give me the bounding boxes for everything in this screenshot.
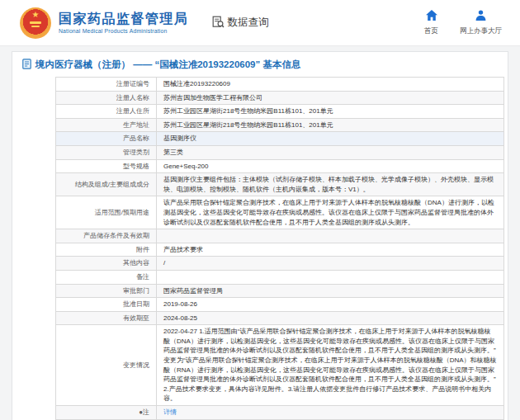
data-query-icon [212, 16, 225, 31]
row-label: ●注 [56, 406, 157, 420]
row-label: 型号规格 [56, 159, 157, 173]
row-label: 注册证编号 [56, 78, 157, 92]
nmpa-emblem-logo: ★ [20, 7, 51, 39]
table-row: 注册证编号国械注准20193220609 [56, 78, 504, 92]
row-label: 批准日期 [56, 298, 157, 312]
row-label: 注册人住所 [56, 105, 157, 119]
emblem-gate-icon [30, 21, 41, 24]
row-label: 管理类别 [56, 145, 157, 159]
row-value [157, 229, 504, 243]
row-label: 有效期至 [56, 311, 157, 325]
row-label: 结构及组成/主要组成成分 [56, 173, 157, 196]
document-icon [22, 59, 31, 71]
nav-online-hall-label: 网上办事大厅 [460, 26, 502, 36]
row-value: 第三类 [157, 145, 504, 159]
nav-home-label: 首页 [424, 26, 438, 36]
row-value: 基因测序仪主要组件包括：主体模块（试剂存储子模块、样本加载子模块、光学成像子模块… [157, 173, 504, 196]
data-query-nav[interactable]: 数据查询 [212, 16, 269, 31]
row-value: 苏州工业园区星湖街218号生物纳米园B11栋101、201单元 [157, 105, 504, 119]
row-value: 2024-08-25 [157, 311, 504, 325]
detail-link[interactable]: 详情 [163, 408, 177, 416]
table-row: 结构及组成/主要组成成分基因测序仪主要组件包括：主体模块（试剂存储子模块、样本加… [56, 173, 504, 196]
page-title: 境内医疗器械（注册） —— “国械注准20193220609” 基本信息 [35, 59, 300, 71]
info-table-body: 注册证编号国械注准20193220609注册人名称苏州吉因加生物医学工程有限公司… [56, 78, 504, 420]
row-label: 附件 [56, 243, 157, 257]
row-label: 其他内容 [56, 257, 157, 271]
brand-subtitle: National Medical Products Administration [59, 28, 189, 34]
table-row: 有效期至2024-08-25 [56, 311, 504, 325]
data-query-label: 数据查询 [228, 16, 269, 30]
table-row: 备注 [56, 270, 504, 284]
table-row: 适用范围/预期用途该产品采用联合探针锚定聚合测序技术，在临床上用于对来源于人体样… [56, 196, 504, 229]
page-title-bar: 境内医疗器械（注册） —— “国械注准20193220609” 基本信息 [12, 52, 508, 77]
row-value: 国械注准20193220609 [157, 78, 504, 92]
row-value: 基因测序仪 [157, 132, 504, 146]
table-row: ●注详情 [56, 406, 504, 420]
row-value: 苏州吉因加生物医学工程有限公司 [157, 91, 504, 105]
row-value: 苏州工业园区星湖街218号生物纳米园B11栋101、201单元 [157, 118, 504, 132]
emblem-gate-icon [31, 26, 40, 27]
home-icon [426, 9, 437, 24]
nav-home[interactable]: 首页 [424, 9, 438, 36]
row-label: 生产地址 [56, 118, 157, 132]
table-row: 型号规格Gene+Seq-200 [56, 159, 504, 173]
row-value: 2022-04-27 1.适用范围由“该产品采用联合探针锚定聚合测序技术，在临床… [157, 325, 504, 406]
row-value: 详情 [157, 406, 504, 420]
content-panel: 境内医疗器械（注册） —— “国械注准20193220609” 基本信息 注册证… [12, 51, 508, 420]
table-row: 产品名称基因测序仪 [56, 132, 504, 146]
table-row: 产品储存条件及有效期 [56, 229, 504, 243]
registration-info-table: 注册证编号国械注准20193220609注册人名称苏州吉因加生物医学工程有限公司… [55, 77, 504, 420]
row-label: 备注 [56, 270, 157, 284]
row-label: 审批部门 [56, 284, 157, 298]
table-row: 生产地址苏州工业园区星湖街218号生物纳米园B11栋101、201单元 [56, 118, 504, 132]
row-label: 变更情况 [56, 325, 157, 406]
table-row: 其他内容/ [56, 257, 504, 271]
row-value: 2019-08-26 [157, 298, 504, 312]
table-row: 管理类别第三类 [56, 145, 504, 159]
nav-online-hall[interactable]: 网上办事大厅 [460, 9, 502, 36]
table-row: 变更情况2022-04-27 1.适用范围由“该产品采用联合探针锚定聚合测序技术… [56, 325, 504, 406]
row-label: 适用范围/预期用途 [56, 196, 157, 229]
table-row: 注册人名称苏州吉因加生物医学工程有限公司 [56, 91, 504, 105]
brand-title: 国家药品监督管理局 [59, 12, 189, 26]
table-row: 批准日期2019-08-26 [56, 298, 504, 312]
row-value: Gene+Seq-200 [157, 159, 504, 173]
row-label: 产品储存条件及有效期 [56, 229, 157, 243]
site-header: ★ 国家药品监督管理局 National Medical Products Ad… [0, 0, 520, 46]
table-row: 审批部门国家药品监督管理局 [56, 284, 504, 298]
emblem-star-icon: ★ [32, 11, 40, 19]
row-label: 产品名称 [56, 132, 157, 146]
row-value: / [157, 257, 504, 271]
row-value [157, 270, 504, 284]
row-value: 国家药品监督管理局 [157, 284, 504, 298]
row-label: 注册人名称 [56, 91, 157, 105]
row-value: 该产品采用联合探针锚定聚合测序技术，在临床上用于对来源于人体样本的脱氧核糖核酸（… [157, 196, 504, 229]
brand-block: 国家药品监督管理局 National Medical Products Admi… [59, 12, 189, 34]
row-value: 产品技术要求 [157, 243, 504, 257]
table-row: 附件产品技术要求 [56, 243, 504, 257]
table-row: 注册人住所苏州工业园区星湖街218号生物纳米园B11栋101、201单元 [56, 105, 504, 119]
person-icon [475, 9, 486, 24]
